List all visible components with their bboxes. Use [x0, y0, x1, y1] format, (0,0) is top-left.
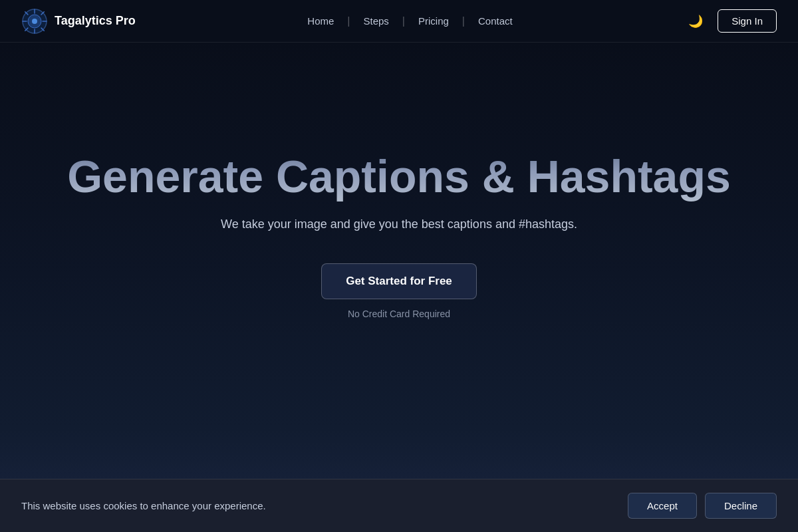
svg-point-2 — [32, 19, 37, 24]
moon-icon: 🌙 — [688, 14, 703, 29]
brand-name: Tagalytics Pro — [55, 14, 136, 28]
nav-link-home[interactable]: Home — [294, 15, 347, 27]
cookie-accept-button[interactable]: Accept — [628, 493, 697, 519]
hero-title: Generate Captions & Hashtags — [67, 152, 731, 201]
cookie-banner: This website uses cookies to enhance you… — [0, 479, 798, 532]
nav-link-pricing[interactable]: Pricing — [405, 15, 462, 27]
cookie-decline-button[interactable]: Decline — [705, 493, 777, 519]
hero-section: Generate Captions & Hashtags We take you… — [0, 43, 798, 428]
cta-note: No Credit Card Required — [348, 309, 450, 319]
get-started-button[interactable]: Get Started for Free — [321, 263, 477, 299]
signin-button[interactable]: Sign In — [718, 9, 777, 33]
nav-links: Home | Steps | Pricing | Contact — [294, 15, 525, 27]
nav-link-contact[interactable]: Contact — [465, 15, 526, 27]
nav-right: 🌙 Sign In — [684, 9, 777, 33]
brand-logo-icon — [21, 8, 48, 35]
cookie-actions: Accept Decline — [628, 493, 777, 519]
hero-subtitle: We take your image and give you the best… — [221, 217, 577, 231]
brand-logo-link[interactable]: Tagalytics Pro — [21, 8, 136, 35]
dark-mode-toggle[interactable]: 🌙 — [684, 10, 707, 33]
navbar: Tagalytics Pro Home | Steps | Pricing | … — [0, 0, 798, 43]
cookie-message: This website uses cookies to enhance you… — [21, 500, 266, 511]
nav-link-steps[interactable]: Steps — [350, 15, 402, 27]
